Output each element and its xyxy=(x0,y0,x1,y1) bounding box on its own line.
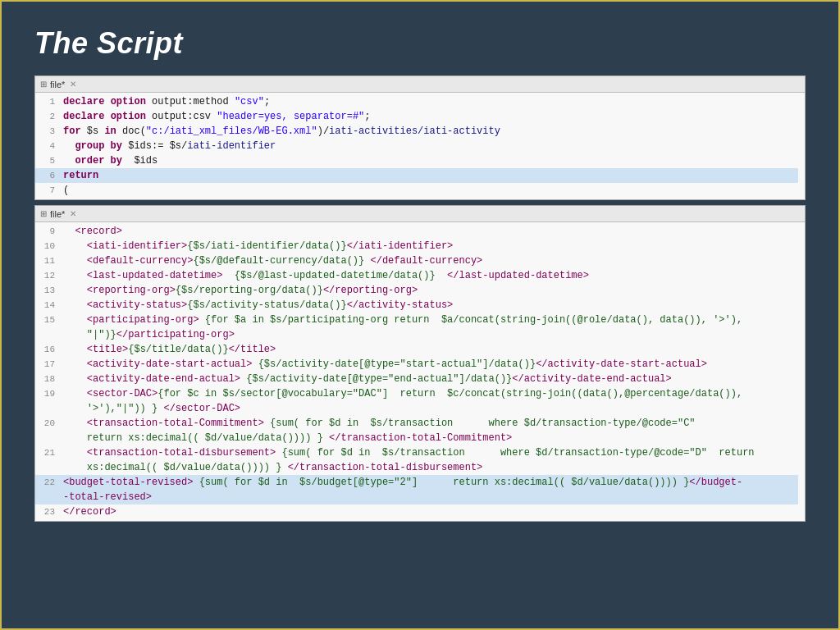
code-line-7: 7 ( xyxy=(35,183,798,198)
code-line-14: 14 <activity-status>{$s/activity-status/… xyxy=(35,298,798,313)
code-line-20: 20 <transaction-total-Commitment> {sum( … xyxy=(35,416,798,431)
code-line-17: 17 <activity-date-start-actual> {$s/acti… xyxy=(35,357,798,372)
editor-2-container: ⊞ file* ✕ 9 <record> 10 <iati-identifier… xyxy=(34,205,806,522)
editor-1-code: 1 declare option output:method "csv"; 2 … xyxy=(35,93,805,199)
file-icon: ⊞ xyxy=(40,80,47,89)
code-line-20b: return xs:decimal(( $d/value/data()))) }… xyxy=(35,431,798,445)
code-line-21b: xs:decimal(( $d/value/data()))) } </tran… xyxy=(35,460,798,475)
code-line-2: 2 declare option output:csv "header=yes,… xyxy=(35,109,798,124)
code-line-1: 1 declare option output:method "csv"; xyxy=(35,94,798,109)
editor-2-code: 9 <record> 10 <iati-identifier>{$s/iati-… xyxy=(35,222,805,521)
editor-2-tab-label: file* xyxy=(50,209,65,219)
code-line-16: 16 <title>{$s/title/data()}</title> xyxy=(35,342,798,357)
code-line-4: 4 group by $ids:= $s/iati-identifier xyxy=(35,139,798,153)
code-line-10: 10 <iati-identifier>{$s/iati-identifier/… xyxy=(35,239,798,253)
editor-2-tab-bar: ⊞ file* ✕ xyxy=(35,206,805,222)
code-line-9: 9 <record> xyxy=(35,224,798,239)
code-line-3: 3 for $s in doc("c:/iati_xml_files/WB-EG… xyxy=(35,124,798,139)
code-line-15: 15 <participating-org> {for $a in $s/par… xyxy=(35,313,798,327)
code-line-5: 5 order by $ids xyxy=(35,153,798,168)
editor-1-close[interactable]: ✕ xyxy=(70,80,76,89)
code-line-22b: -total-revised> xyxy=(35,490,798,504)
editor-1-tab-bar: ⊞ file* ✕ xyxy=(35,76,805,93)
code-line-22: 22 <budget-total-revised> {sum( for $d i… xyxy=(35,475,798,490)
slide-title: The Script xyxy=(34,26,806,61)
code-line-21: 21 <transaction-total-disbursement> {sum… xyxy=(35,445,798,460)
code-line-19b: '>'),"|")) } </sector-DAC> xyxy=(35,401,798,416)
code-line-11: 11 <default-currency>{$s/@default-curren… xyxy=(35,253,798,268)
code-line-15b: "|")}</participating-org> xyxy=(35,327,798,342)
editor-2-tab[interactable]: ⊞ file* ✕ xyxy=(40,209,76,219)
code-line-12: 12 <last-updated-datetime> {$s/@last-upd… xyxy=(35,268,798,283)
editor-2: ⊞ file* ✕ 9 <record> 10 <iati-identifier… xyxy=(34,205,806,522)
code-line-13: 13 <reporting-org>{$s/reporting-org/data… xyxy=(35,283,798,298)
editor-1: ⊞ file* ✕ 1 declare option output:method… xyxy=(34,75,806,200)
editor-1-tab-label: file* xyxy=(50,80,65,89)
editor-1-container: ⊞ file* ✕ 1 declare option output:method… xyxy=(34,75,806,200)
code-line-19: 19 <sector-DAC>{for $c in $s/sector[@voc… xyxy=(35,386,798,401)
editor-2-close[interactable]: ✕ xyxy=(70,209,76,218)
code-line-18: 18 <activity-date-end-actual> {$s/activi… xyxy=(35,372,798,386)
code-line-6: 6 return xyxy=(35,168,798,183)
code-line-23: 23 </record> xyxy=(35,504,798,519)
slide: The Script ⊞ file* ✕ 1 declare option ou… xyxy=(0,0,840,630)
file-icon-2: ⊞ xyxy=(40,209,47,218)
editor-1-tab[interactable]: ⊞ file* ✕ xyxy=(40,80,76,89)
